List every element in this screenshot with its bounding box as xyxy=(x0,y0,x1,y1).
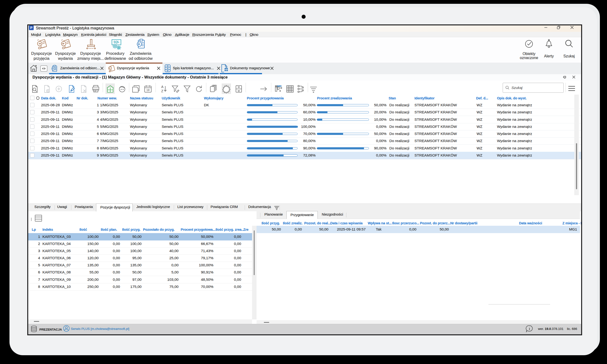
svg-text:P: P xyxy=(30,26,32,30)
svg-text:A: A xyxy=(161,85,164,89)
svg-text:Z: Z xyxy=(161,89,163,93)
svg-text:SQL: SQL xyxy=(114,40,119,44)
svg-text:18: 18 xyxy=(146,89,150,92)
